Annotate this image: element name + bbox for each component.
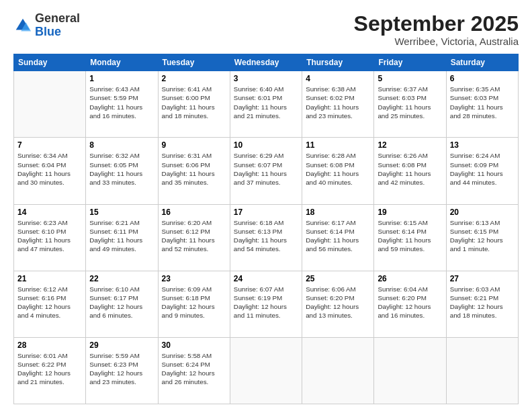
day-number: 5 <box>378 74 442 83</box>
day-info: Sunrise: 6:07 AMSunset: 6:19 PMDaylight:… <box>234 285 298 320</box>
table-row: 15Sunrise: 6:21 AMSunset: 6:11 PMDayligh… <box>86 204 158 271</box>
header-thursday: Thursday <box>302 54 374 71</box>
day-number: 3 <box>234 74 298 83</box>
table-row: 11Sunrise: 6:28 AMSunset: 6:08 PMDayligh… <box>302 138 374 204</box>
calendar-table: Sunday Monday Tuesday Wednesday Thursday… <box>13 54 519 404</box>
day-info: Sunrise: 6:12 AMSunset: 6:16 PMDaylight:… <box>17 285 82 320</box>
table-row: 27Sunrise: 6:03 AMSunset: 6:21 PMDayligh… <box>446 271 518 337</box>
day-number: 14 <box>17 208 82 217</box>
day-info: Sunrise: 6:01 AMSunset: 6:22 PMDaylight:… <box>17 351 82 387</box>
day-number: 29 <box>89 340 154 350</box>
day-number: 4 <box>306 74 370 83</box>
table-row: 16Sunrise: 6:20 AMSunset: 6:12 PMDayligh… <box>158 204 230 271</box>
day-number: 2 <box>162 74 226 83</box>
day-info: Sunrise: 6:04 AMSunset: 6:20 PMDaylight:… <box>378 285 442 320</box>
calendar-week-row: 1Sunrise: 6:43 AMSunset: 5:59 PMDaylight… <box>14 71 519 138</box>
day-number: 22 <box>89 274 154 283</box>
calendar-body: 1Sunrise: 6:43 AMSunset: 5:59 PMDaylight… <box>14 71 519 404</box>
header-tuesday: Tuesday <box>158 54 230 71</box>
table-row: 25Sunrise: 6:06 AMSunset: 6:20 PMDayligh… <box>302 271 374 337</box>
day-number: 27 <box>450 274 515 283</box>
day-info: Sunrise: 6:15 AMSunset: 6:14 PMDaylight:… <box>378 218 442 254</box>
page: General Blue September 2025 Werribee, Vi… <box>0 0 532 411</box>
month-title: September 2025 <box>354 12 519 36</box>
logo-general-text: General <box>35 11 80 25</box>
table-row: 14Sunrise: 6:23 AMSunset: 6:10 PMDayligh… <box>14 204 86 271</box>
day-info: Sunrise: 6:31 AMSunset: 6:06 PMDaylight:… <box>162 151 226 187</box>
day-number: 17 <box>234 208 298 217</box>
day-number: 9 <box>162 140 226 150</box>
day-info: Sunrise: 6:28 AMSunset: 6:08 PMDaylight:… <box>306 151 370 187</box>
day-number: 20 <box>450 208 515 217</box>
day-info: Sunrise: 6:03 AMSunset: 6:21 PMDaylight:… <box>450 285 515 320</box>
table-row: 24Sunrise: 6:07 AMSunset: 6:19 PMDayligh… <box>230 271 302 337</box>
day-number: 19 <box>378 208 442 217</box>
day-info: Sunrise: 5:59 AMSunset: 6:23 PMDaylight:… <box>89 351 154 387</box>
day-number: 15 <box>89 208 154 217</box>
calendar-week-row: 14Sunrise: 6:23 AMSunset: 6:10 PMDayligh… <box>14 204 519 271</box>
day-number: 13 <box>450 140 515 150</box>
location-title: Werribee, Victoria, Australia <box>354 36 519 47</box>
day-info: Sunrise: 6:17 AMSunset: 6:14 PMDaylight:… <box>306 218 370 254</box>
day-number: 11 <box>306 140 370 150</box>
day-info: Sunrise: 6:10 AMSunset: 6:17 PMDaylight:… <box>89 285 154 320</box>
day-info: Sunrise: 6:29 AMSunset: 6:07 PMDaylight:… <box>234 151 298 187</box>
day-number: 10 <box>234 140 298 150</box>
day-info: Sunrise: 6:34 AMSunset: 6:04 PMDaylight:… <box>17 151 82 187</box>
day-number: 28 <box>17 340 82 350</box>
day-number: 8 <box>89 140 154 150</box>
table-row: 30Sunrise: 5:58 AMSunset: 6:24 PMDayligh… <box>158 337 230 404</box>
table-row: 19Sunrise: 6:15 AMSunset: 6:14 PMDayligh… <box>374 204 446 271</box>
table-row: 4Sunrise: 6:38 AMSunset: 6:02 PMDaylight… <box>302 71 374 138</box>
day-info: Sunrise: 6:21 AMSunset: 6:11 PMDaylight:… <box>89 218 154 254</box>
table-row: 2Sunrise: 6:41 AMSunset: 6:00 PMDaylight… <box>158 71 230 138</box>
table-row <box>302 337 374 404</box>
table-row <box>14 71 86 138</box>
calendar-week-row: 21Sunrise: 6:12 AMSunset: 6:16 PMDayligh… <box>14 271 519 337</box>
table-row: 9Sunrise: 6:31 AMSunset: 6:06 PMDaylight… <box>158 138 230 204</box>
header: General Blue September 2025 Werribee, Vi… <box>13 12 519 47</box>
day-number: 18 <box>306 208 370 217</box>
table-row <box>446 337 518 404</box>
table-row: 23Sunrise: 6:09 AMSunset: 6:18 PMDayligh… <box>158 271 230 337</box>
header-saturday: Saturday <box>446 54 518 71</box>
table-row <box>374 337 446 404</box>
table-row: 5Sunrise: 6:37 AMSunset: 6:03 PMDaylight… <box>374 71 446 138</box>
day-number: 25 <box>306 274 370 283</box>
day-number: 21 <box>17 274 82 283</box>
day-info: Sunrise: 6:37 AMSunset: 6:03 PMDaylight:… <box>378 85 442 120</box>
table-row: 20Sunrise: 6:13 AMSunset: 6:15 PMDayligh… <box>446 204 518 271</box>
day-info: Sunrise: 6:13 AMSunset: 6:15 PMDaylight:… <box>450 218 515 254</box>
logo-icon <box>13 16 32 35</box>
day-number: 12 <box>378 140 442 150</box>
calendar-week-row: 7Sunrise: 6:34 AMSunset: 6:04 PMDaylight… <box>14 138 519 204</box>
table-row: 29Sunrise: 5:59 AMSunset: 6:23 PMDayligh… <box>86 337 158 404</box>
day-info: Sunrise: 6:06 AMSunset: 6:20 PMDaylight:… <box>306 285 370 320</box>
table-row: 21Sunrise: 6:12 AMSunset: 6:16 PMDayligh… <box>14 271 86 337</box>
day-number: 26 <box>378 274 442 283</box>
day-info: Sunrise: 6:38 AMSunset: 6:02 PMDaylight:… <box>306 85 370 120</box>
table-row: 17Sunrise: 6:18 AMSunset: 6:13 PMDayligh… <box>230 204 302 271</box>
table-row: 26Sunrise: 6:04 AMSunset: 6:20 PMDayligh… <box>374 271 446 337</box>
day-info: Sunrise: 6:32 AMSunset: 6:05 PMDaylight:… <box>89 151 154 187</box>
table-row: 12Sunrise: 6:26 AMSunset: 6:08 PMDayligh… <box>374 138 446 204</box>
table-row <box>230 337 302 404</box>
table-row: 7Sunrise: 6:34 AMSunset: 6:04 PMDaylight… <box>14 138 86 204</box>
day-number: 23 <box>162 274 226 283</box>
day-number: 24 <box>234 274 298 283</box>
table-row: 8Sunrise: 6:32 AMSunset: 6:05 PMDaylight… <box>86 138 158 204</box>
day-info: Sunrise: 6:26 AMSunset: 6:08 PMDaylight:… <box>378 151 442 187</box>
day-number: 16 <box>162 208 226 217</box>
day-info: Sunrise: 6:18 AMSunset: 6:13 PMDaylight:… <box>234 218 298 254</box>
day-number: 6 <box>450 74 515 83</box>
logo: General Blue <box>13 12 80 39</box>
title-block: September 2025 Werribee, Victoria, Austr… <box>354 12 519 47</box>
table-row: 1Sunrise: 6:43 AMSunset: 5:59 PMDaylight… <box>86 71 158 138</box>
day-info: Sunrise: 6:40 AMSunset: 6:01 PMDaylight:… <box>234 85 298 120</box>
table-row: 28Sunrise: 6:01 AMSunset: 6:22 PMDayligh… <box>14 337 86 404</box>
header-wednesday: Wednesday <box>230 54 302 71</box>
day-number: 7 <box>17 140 82 150</box>
day-info: Sunrise: 6:20 AMSunset: 6:12 PMDaylight:… <box>162 218 226 254</box>
header-sunday: Sunday <box>14 54 86 71</box>
header-monday: Monday <box>86 54 158 71</box>
